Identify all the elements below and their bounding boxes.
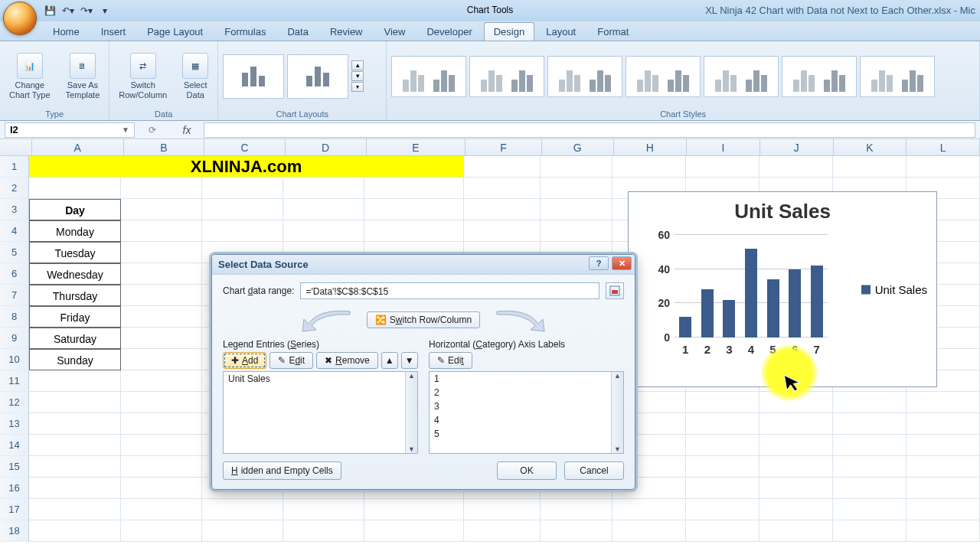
chart-bar[interactable] xyxy=(767,279,779,337)
row-header[interactable]: 5 xyxy=(0,242,29,263)
row-header[interactable]: 10 xyxy=(0,349,29,370)
chart-data-range-input[interactable]: ='Data'!$C$8:$C$15 xyxy=(300,282,599,299)
cell[interactable] xyxy=(121,499,202,520)
cell[interactable] xyxy=(686,456,760,478)
chevron-down-icon[interactable]: ▼ xyxy=(351,71,364,81)
cell[interactable] xyxy=(202,220,283,242)
chart-bar[interactable] xyxy=(701,289,714,337)
cell[interactable] xyxy=(686,413,760,435)
chevron-down-icon[interactable]: ▼ xyxy=(122,126,129,134)
tab-review[interactable]: Review xyxy=(320,22,373,41)
chart-style-thumb[interactable] xyxy=(782,56,857,97)
cell[interactable] xyxy=(121,242,202,263)
cell[interactable]: Saturday xyxy=(29,328,121,349)
cell[interactable] xyxy=(833,392,906,413)
row-header[interactable]: 11 xyxy=(0,370,29,392)
save-as-template-button[interactable]: 🗎 Save As Template xyxy=(61,51,105,100)
cell[interactable] xyxy=(906,478,980,499)
tab-layout[interactable]: Layout xyxy=(536,22,586,41)
scrollbar[interactable]: ▲▼ xyxy=(405,372,417,453)
cell[interactable] xyxy=(464,199,541,220)
series-listbox[interactable]: Unit Sales▲▼ xyxy=(223,371,418,454)
cell[interactable] xyxy=(906,156,980,178)
cell[interactable] xyxy=(833,156,906,178)
remove-series-button[interactable]: ✖Remove xyxy=(316,352,378,369)
list-item[interactable]: 4 xyxy=(430,413,623,427)
tab-insert[interactable]: Insert xyxy=(91,22,136,41)
cell[interactable]: Friday xyxy=(29,306,121,328)
cell[interactable] xyxy=(283,199,364,220)
row-header[interactable]: 18 xyxy=(0,520,29,542)
column-header[interactable]: K xyxy=(834,139,907,156)
list-item[interactable]: 3 xyxy=(430,399,623,413)
cell[interactable] xyxy=(760,392,833,413)
cell[interactable] xyxy=(121,178,202,199)
cell[interactable]: Monday xyxy=(29,220,121,242)
column-header[interactable]: E xyxy=(367,139,466,156)
row-header[interactable]: 1 xyxy=(0,156,29,178)
column-header[interactable]: F xyxy=(466,139,542,156)
cell[interactable] xyxy=(686,478,760,499)
cell[interactable] xyxy=(121,520,202,542)
column-header[interactable]: J xyxy=(760,139,834,156)
cell[interactable] xyxy=(29,478,121,499)
cell[interactable] xyxy=(906,413,980,435)
change-chart-type-button[interactable]: 📊 Change Chart Type xyxy=(5,51,55,100)
save-icon[interactable]: 💾 xyxy=(43,4,57,18)
tab-formulas[interactable]: Formulas xyxy=(214,22,276,41)
cell[interactable] xyxy=(541,156,612,178)
move-up-button[interactable]: ▲ xyxy=(381,352,398,369)
column-header[interactable]: C xyxy=(204,139,286,156)
dialog-titlebar[interactable]: Select Data Source ? ✕ xyxy=(212,255,635,275)
cell[interactable] xyxy=(760,413,833,435)
tab-view[interactable]: View xyxy=(374,22,416,41)
list-item[interactable]: 5 xyxy=(430,427,623,441)
qat-more-icon[interactable]: ▾ xyxy=(98,4,112,18)
cell[interactable] xyxy=(121,220,202,242)
cell[interactable] xyxy=(760,520,833,542)
tab-format[interactable]: Format xyxy=(587,22,639,41)
cell[interactable] xyxy=(686,392,760,413)
chart-bar[interactable] xyxy=(811,266,823,337)
cell[interactable] xyxy=(364,178,464,199)
cell[interactable] xyxy=(283,178,364,199)
cell[interactable] xyxy=(464,178,541,199)
cell[interactable] xyxy=(686,499,760,520)
cell[interactable] xyxy=(283,520,364,542)
cell[interactable]: Thursday xyxy=(29,285,121,306)
cell[interactable] xyxy=(906,392,980,413)
cancel-button[interactable]: Cancel xyxy=(564,461,624,480)
cell[interactable] xyxy=(541,220,612,242)
cell[interactable] xyxy=(612,520,686,542)
cell[interactable]: Day xyxy=(29,199,121,220)
chart-layout-thumb[interactable] xyxy=(223,54,284,99)
chevron-up-icon[interactable]: ▲ xyxy=(351,60,364,70)
ok-button[interactable]: OK xyxy=(497,461,557,480)
move-down-button[interactable]: ▼ xyxy=(401,352,418,369)
cell[interactable] xyxy=(121,370,202,392)
cell[interactable] xyxy=(121,349,202,370)
cell[interactable] xyxy=(202,199,283,220)
cell[interactable] xyxy=(202,499,283,520)
column-header[interactable]: A xyxy=(32,139,124,156)
row-header[interactable]: 4 xyxy=(0,220,29,242)
select-data-button[interactable]: ▦ Select Data xyxy=(178,51,213,100)
list-item[interactable]: Unit Sales xyxy=(224,372,417,386)
chart-bar[interactable] xyxy=(745,249,757,337)
row-header[interactable]: 8 xyxy=(0,306,29,328)
collapse-dialog-button[interactable] xyxy=(606,282,624,299)
row-header[interactable]: 16 xyxy=(0,478,29,499)
cell[interactable] xyxy=(29,456,121,478)
row-header[interactable]: 15 xyxy=(0,456,29,478)
column-header[interactable]: G xyxy=(542,139,614,156)
add-series-button[interactable]: ✚Add xyxy=(223,352,266,369)
list-item[interactable]: 2 xyxy=(430,386,623,399)
redo-icon[interactable]: ↷▾ xyxy=(80,4,93,18)
chart-bar[interactable] xyxy=(679,317,691,337)
cell[interactable] xyxy=(686,520,760,542)
row-header[interactable]: 13 xyxy=(0,413,29,435)
cell[interactable] xyxy=(121,392,202,413)
cell[interactable] xyxy=(364,220,464,242)
row-header[interactable]: 2 xyxy=(0,178,29,199)
cell[interactable] xyxy=(283,499,364,520)
